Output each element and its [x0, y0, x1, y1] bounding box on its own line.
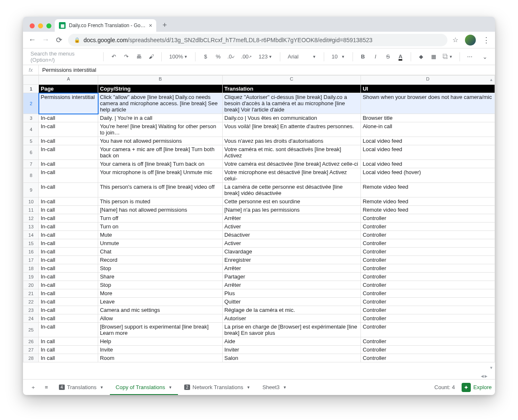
reload-button[interactable]: ⟳ [55, 36, 63, 44]
cell[interactable]: Quitter [222, 298, 361, 306]
table-row[interactable]: 16In-callChatClavardageController [23, 248, 495, 256]
cell[interactable]: Local video feed (hover) [361, 168, 495, 183]
cell[interactable]: Controller [361, 337, 495, 346]
cell[interactable]: Stop [98, 281, 223, 289]
print-button[interactable]: 🖶 [134, 51, 144, 62]
col-header-d[interactable]: D [361, 76, 495, 85]
cell[interactable]: Turn on [98, 223, 223, 231]
window-zoom-icon[interactable] [46, 23, 51, 28]
table-row[interactable]: 6In-callYour camera + mic are off [line … [23, 145, 495, 160]
cell[interactable]: In-call [39, 168, 98, 183]
cell[interactable]: Stop [98, 264, 223, 273]
cell[interactable]: Unmute [98, 239, 223, 248]
spreadsheet-grid[interactable]: A B C D 1PageCopy/StringTranslationUI2Pe… [23, 75, 495, 379]
cell[interactable]: Daily. | You're in a call [98, 114, 223, 122]
scroll-down-icon[interactable]: ▼ [488, 366, 494, 370]
cell[interactable]: Enregistrer [222, 256, 361, 264]
cell[interactable]: In-call [39, 289, 98, 298]
cell[interactable]: In-call [39, 231, 98, 239]
cell[interactable]: Room [98, 354, 223, 362]
cell[interactable]: In call [39, 337, 98, 346]
cell[interactable]: Controller [361, 248, 495, 256]
cell[interactable]: Autoriser [222, 314, 361, 323]
row-header[interactable]: 22 [23, 298, 39, 306]
currency-button[interactable]: $ [201, 51, 211, 62]
row-header[interactable]: 25 [23, 323, 39, 337]
cell[interactable]: You have not allowed permissions [98, 137, 223, 145]
row-header[interactable]: 26 [23, 337, 39, 346]
cell[interactable]: [Name] n'a pas les permissions [222, 206, 361, 214]
cell[interactable]: Mute [98, 231, 223, 239]
row-header[interactable]: 21 [23, 289, 39, 298]
cell[interactable]: In-call [39, 264, 98, 273]
cell[interactable]: La prise en charge de [Browser] est expé… [222, 323, 361, 337]
row-header[interactable]: 1 [23, 85, 39, 93]
row-header[interactable]: 24 [23, 314, 39, 323]
cell[interactable]: Votre microphone est désactivé [line bre… [222, 168, 361, 183]
cell[interactable]: [Browser] support is experimental [line … [98, 323, 223, 337]
table-row[interactable]: 14In-callMuteDésactiverController [23, 231, 495, 239]
close-tab-icon[interactable]: × [149, 22, 152, 29]
table-row[interactable]: 21In-callMorePlusController [23, 289, 495, 298]
cell[interactable]: [Name] has not allowed permissions [98, 206, 223, 214]
table-row[interactable]: 23In-callCamera and mic settingsRéglage … [23, 306, 495, 314]
row-header[interactable]: 8 [23, 168, 39, 183]
cell[interactable]: Turn off [98, 214, 223, 223]
cell[interactable]: Désactiver [222, 231, 361, 239]
cell[interactable]: This person's camera is off [line break]… [98, 183, 223, 197]
sheet-tab-copy-of-translations[interactable]: Copy of Translations ▼ [110, 380, 178, 395]
cell[interactable]: Record [98, 256, 223, 264]
cell[interactable]: In-call [39, 323, 98, 337]
cell[interactable]: In-call [39, 197, 98, 206]
cell[interactable]: In call [39, 206, 98, 214]
browser-menu-icon[interactable]: ⋮ [482, 35, 490, 45]
cell[interactable]: In-call [39, 239, 98, 248]
select-all-corner[interactable] [23, 76, 39, 85]
redo-button[interactable]: ↷ [121, 51, 131, 62]
table-row[interactable]: 20In-callStopArrêterController [23, 281, 495, 289]
row-header[interactable]: 11 [23, 206, 39, 214]
cell[interactable]: In call [39, 346, 98, 354]
row-header[interactable]: 2 [23, 93, 39, 114]
cell[interactable]: Local video feed [361, 145, 495, 160]
cell[interactable]: Help [98, 337, 223, 346]
col-header-b[interactable]: B [98, 76, 223, 85]
cell[interactable]: Remote video feed [361, 197, 495, 206]
url-field[interactable]: 🔒 docs.google.com/spreadsheets/d/13g_SN2… [68, 34, 447, 46]
cell[interactable]: Click "allow" above [line break] Daily.c… [98, 93, 223, 114]
table-row[interactable]: 22In-callLeaveQuitterController [23, 298, 495, 306]
percent-button[interactable]: % [213, 51, 223, 62]
cell[interactable]: Allow [98, 314, 223, 323]
cell[interactable]: In-call [39, 183, 98, 197]
font-dropdown[interactable]: Arial▼ [285, 51, 319, 62]
sheet-tab-network-translations[interactable]: 2 Network Translations ▼ [178, 380, 256, 395]
window-close-icon[interactable] [30, 23, 35, 28]
browser-tab[interactable]: ▦ Daily.co French Translation - Go… × [55, 19, 156, 32]
cell[interactable]: Your microphone is off [line break] Unmu… [98, 168, 223, 183]
table-row[interactable]: 28In callRoomSalonController [23, 354, 495, 362]
cell[interactable]: Shown when your browser does not have ca… [361, 93, 495, 114]
cell[interactable]: More [98, 289, 223, 298]
row-header[interactable]: 3 [23, 114, 39, 122]
row-header[interactable]: 27 [23, 346, 39, 354]
menu-search[interactable]: Search the menus (Option+/) [27, 51, 98, 63]
decrease-decimal-button[interactable]: .0↙ [226, 51, 237, 62]
cell[interactable]: In-call [39, 214, 98, 223]
cell[interactable]: In-call [39, 314, 98, 323]
cell[interactable]: Controller [361, 231, 495, 239]
cell[interactable]: Cliquez "Autoriser" ci-dessus [line brea… [222, 93, 361, 114]
header-cell[interactable]: UI [361, 85, 495, 93]
table-row[interactable]: 5In-callYou have not allowed permissions… [23, 137, 495, 145]
cell[interactable]: Arrêter [222, 281, 361, 289]
cell[interactable]: Controller [361, 314, 495, 323]
window-minimize-icon[interactable] [38, 23, 43, 28]
number-format-dropdown[interactable]: 123▼ [256, 51, 275, 62]
cell[interactable]: Clavardage [222, 248, 361, 256]
row-header[interactable]: 9 [23, 183, 39, 197]
cell[interactable]: Permissions interstitial [39, 93, 98, 114]
font-size-dropdown[interactable]: 10▼ [329, 51, 348, 62]
table-row[interactable]: 7In-callYour camera is off [line break] … [23, 160, 495, 168]
row-header[interactable]: 14 [23, 231, 39, 239]
cell[interactable]: Controller [361, 354, 495, 362]
cell[interactable]: Réglage de la caméra et mic. [222, 306, 361, 314]
